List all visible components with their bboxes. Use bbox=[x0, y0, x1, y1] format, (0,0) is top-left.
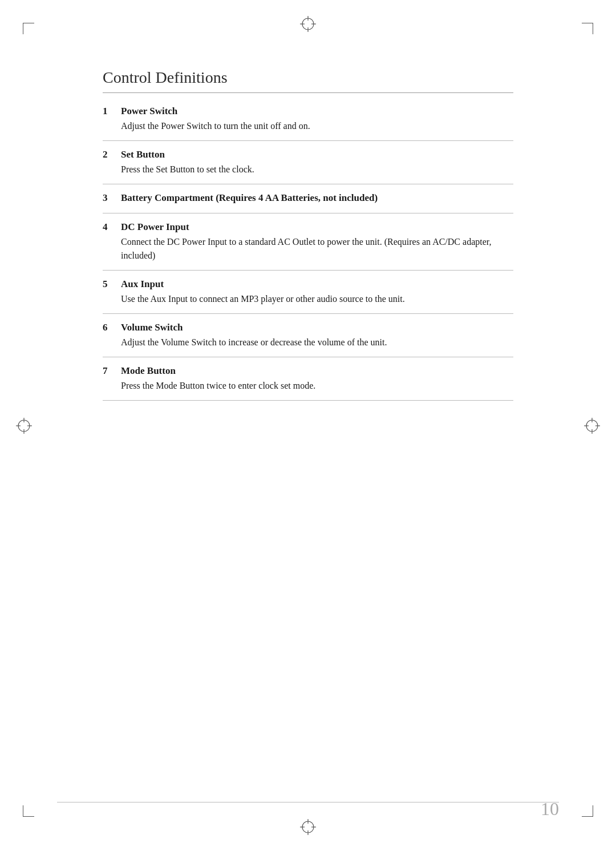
page-title: Control Definitions bbox=[103, 68, 513, 93]
definition-item-6: 6 Volume Switch Adjust the Volume Switch… bbox=[103, 314, 513, 357]
definition-header-6: 6 Volume Switch bbox=[103, 322, 513, 333]
def-title-6: Volume Switch bbox=[121, 322, 183, 333]
def-description-7: Press the Mode Button twice to enter clo… bbox=[121, 379, 513, 393]
def-number-1: 1 bbox=[103, 106, 121, 117]
definition-item-1: 1 Power Switch Adjust the Power Switch t… bbox=[103, 98, 513, 141]
def-number-7: 7 bbox=[103, 365, 121, 377]
def-title-2: Set Button bbox=[121, 149, 165, 160]
def-title-3: Battery Compartment (Requires 4 AA Batte… bbox=[121, 192, 378, 204]
definition-item-7: 7 Mode Button Press the Mode Button twic… bbox=[103, 357, 513, 401]
definition-header-3: 3 Battery Compartment (Requires 4 AA Bat… bbox=[103, 192, 513, 204]
crosshair-top-center-icon bbox=[300, 16, 316, 32]
def-title-1: Power Switch bbox=[121, 106, 177, 117]
definition-header-1: 1 Power Switch bbox=[103, 106, 513, 117]
corner-mark-tr bbox=[582, 23, 593, 34]
def-number-5: 5 bbox=[103, 279, 121, 290]
def-title-4: DC Power Input bbox=[121, 221, 189, 233]
page-number: 10 bbox=[541, 798, 559, 820]
def-description-5: Use the Aux Input to connect an MP3 play… bbox=[121, 292, 513, 306]
def-number-6: 6 bbox=[103, 322, 121, 333]
def-number-4: 4 bbox=[103, 221, 121, 233]
definition-header-4: 4 DC Power Input bbox=[103, 221, 513, 233]
definition-header-7: 7 Mode Button bbox=[103, 365, 513, 377]
crosshair-bottom-center-icon bbox=[300, 819, 316, 835]
bottom-divider bbox=[57, 802, 559, 802]
definition-item-4: 4 DC Power Input Connect the DC Power In… bbox=[103, 213, 513, 271]
definition-item-5: 5 Aux Input Use the Aux Input to connect… bbox=[103, 271, 513, 314]
def-title-7: Mode Button bbox=[121, 365, 176, 377]
definition-list: 1 Power Switch Adjust the Power Switch t… bbox=[103, 98, 513, 401]
corner-mark-bl bbox=[23, 805, 34, 817]
page-container: Control Definitions 1 Power Switch Adjus… bbox=[0, 0, 616, 851]
def-title-5: Aux Input bbox=[121, 279, 164, 290]
def-description-1: Adjust the Power Switch to turn the unit… bbox=[121, 119, 513, 134]
definition-item-2: 2 Set Button Press the Set Button to set… bbox=[103, 141, 513, 184]
def-description-2: Press the Set Button to set the clock. bbox=[121, 163, 513, 177]
corner-mark-br bbox=[582, 805, 593, 817]
definition-header-5: 5 Aux Input bbox=[103, 279, 513, 290]
corner-mark-tl bbox=[23, 23, 34, 34]
definition-item-3: 3 Battery Compartment (Requires 4 AA Bat… bbox=[103, 184, 513, 213]
def-description-4: Connect the DC Power Input to a standard… bbox=[121, 235, 513, 264]
main-content: Control Definitions 1 Power Switch Adjus… bbox=[103, 68, 513, 401]
definition-header-2: 2 Set Button bbox=[103, 149, 513, 160]
crosshair-right-middle-icon bbox=[584, 418, 600, 434]
def-description-6: Adjust the Volume Switch to increase or … bbox=[121, 336, 513, 350]
crosshair-left-middle-icon bbox=[16, 418, 32, 434]
def-number-3: 3 bbox=[103, 192, 121, 204]
def-number-2: 2 bbox=[103, 149, 121, 160]
